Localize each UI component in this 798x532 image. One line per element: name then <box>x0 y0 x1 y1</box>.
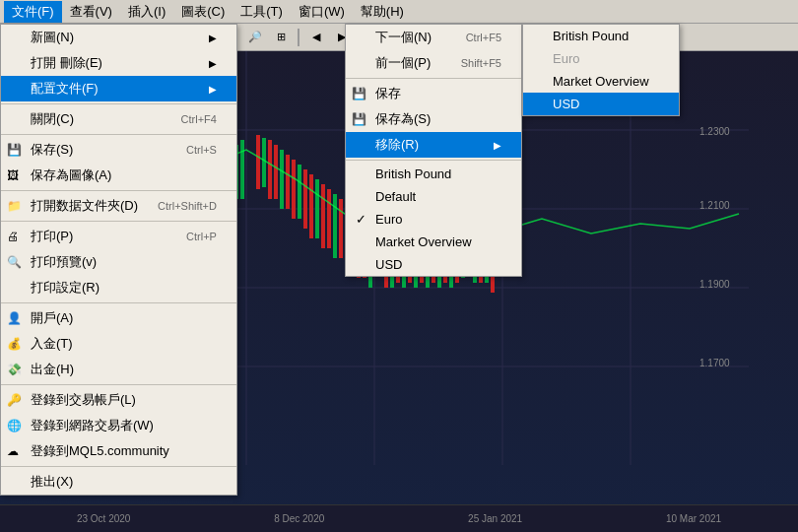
menu-item-usd[interactable]: USD <box>346 253 521 276</box>
menu-item-british-pound[interactable]: British Pound <box>346 163 521 185</box>
account-icon: 👤 <box>7 311 22 325</box>
menu-item-prev[interactable]: 前一個(P) Shift+F5 <box>346 50 521 76</box>
menu-item-print-setup[interactable]: 打印設定(R) <box>1 275 236 300</box>
login-web-icon: 🌐 <box>7 419 22 432</box>
menu-item-remove-euro: Euro <box>523 47 679 70</box>
profile-menu: 下一個(N) Ctrl+F5 前一個(P) Shift+F5 💾 保存 💾 保存… <box>345 24 522 277</box>
submenu-arrow-open: ▶ <box>209 58 217 69</box>
remove-menu: British Pound Euro Market Overview USD <box>522 24 680 116</box>
print-icon: 🖨 <box>7 230 19 243</box>
menu-item-exit[interactable]: 推出(X) <box>1 469 236 495</box>
submenu-arrow-remove: ▶ <box>494 140 501 151</box>
print-preview-icon: 🔍 <box>7 255 22 269</box>
submenu-arrow-new: ▶ <box>209 33 217 43</box>
menu-item-open[interactable]: 打開 刪除(E) ▶ <box>1 50 236 76</box>
menu-item-profile[interactable]: 配置文件(F) ▶ <box>1 76 236 101</box>
menu-item-open-account[interactable]: 👤 開戶(A) <box>1 305 236 331</box>
menu-item-open-data[interactable]: 📁 打開数据文件夾(D) Ctrl+Shift+D <box>1 193 236 219</box>
menu-item-deposit[interactable]: 💰 入金(T) <box>1 331 236 357</box>
file-menu: 新圖(N) ▶ 打開 刪除(E) ▶ 配置文件(F) ▶ 關閉(C) Ctrl+… <box>0 24 237 496</box>
menu-item-save[interactable]: 💾 保存(S) Ctrl+S <box>1 137 236 163</box>
profile-separator-1 <box>346 78 521 79</box>
menu-item-default[interactable]: Default <box>346 185 521 208</box>
menu-item-remove-usd[interactable]: USD <box>523 93 679 115</box>
withdraw-icon: 💸 <box>7 363 22 376</box>
menu-item-profile-save-as[interactable]: 💾 保存為(S) <box>346 106 521 132</box>
menu-item-withdraw[interactable]: 💸 出金(H) <box>1 357 236 382</box>
menu-item-print[interactable]: 🖨 打印(P) Ctrl+P <box>1 224 236 249</box>
menu-item-market-overview[interactable]: Market Overview <box>346 231 521 253</box>
menu-separator-3 <box>1 190 236 191</box>
save-image-icon: 🖼 <box>7 168 19 182</box>
menu-item-remove[interactable]: 移除(R) ▶ <box>346 132 521 158</box>
euro-checkmark: ✓ <box>356 212 366 227</box>
dropdown-overlay: 新圖(N) ▶ 打開 刪除(E) ▶ 配置文件(F) ▶ 關閉(C) Ctrl+… <box>0 0 798 532</box>
menu-item-login-trading[interactable]: 🔑 登錄到交易帳戶(L) <box>1 387 236 413</box>
menu-separator-4 <box>1 221 236 222</box>
login-mql5-icon: ☁ <box>7 444 19 458</box>
login-trading-icon: 🔑 <box>7 393 22 407</box>
folder-icon: 📁 <box>7 199 22 213</box>
menu-item-remove-market-overview[interactable]: Market Overview <box>523 70 679 93</box>
menu-item-next[interactable]: 下一個(N) Ctrl+F5 <box>346 25 521 50</box>
save-icon: 💾 <box>7 143 22 157</box>
profile-separator-2 <box>346 160 521 161</box>
menu-item-close[interactable]: 關閉(C) Ctrl+F4 <box>1 106 236 132</box>
menu-separator-6 <box>1 384 236 385</box>
menu-separator-7 <box>1 466 236 467</box>
profile-save-as-icon: 💾 <box>352 112 366 126</box>
profile-save-icon: 💾 <box>352 87 366 100</box>
menu-item-euro[interactable]: ✓ Euro <box>346 208 521 231</box>
menu-item-login-mql5[interactable]: ☁ 登錄到MQL5.community <box>1 438 236 464</box>
submenu-arrow-profile: ▶ <box>209 84 217 95</box>
menu-separator-5 <box>1 302 236 303</box>
menu-item-profile-save[interactable]: 💾 保存 <box>346 81 521 106</box>
menu-item-login-web[interactable]: 🌐 登錄到網路交易者(W) <box>1 413 236 438</box>
menu-separator-2 <box>1 134 236 135</box>
menu-separator-1 <box>1 103 236 104</box>
menu-item-remove-british-pound[interactable]: British Pound <box>523 25 679 47</box>
menu-item-save-image[interactable]: 🖼 保存為圖像(A) <box>1 163 236 188</box>
menu-item-print-preview[interactable]: 🔍 打印預覽(v) <box>1 249 236 275</box>
deposit-icon: 💰 <box>7 337 22 351</box>
menu-item-new[interactable]: 新圖(N) ▶ <box>1 25 236 50</box>
